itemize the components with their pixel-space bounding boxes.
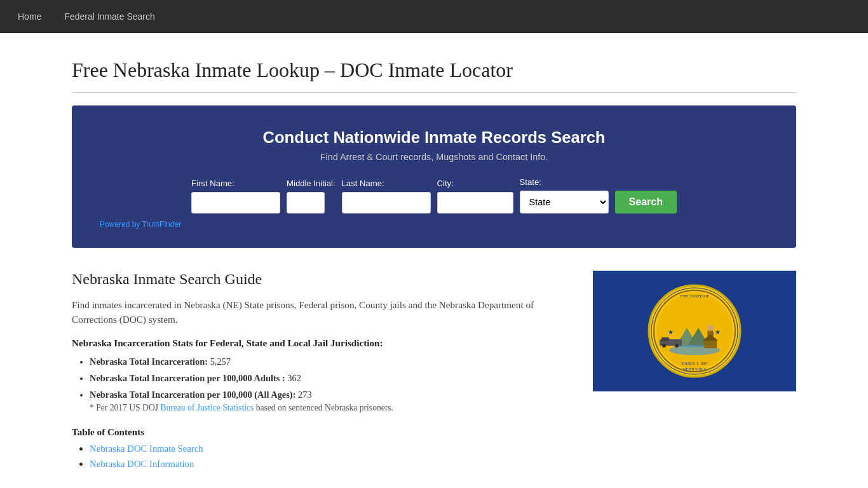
city-label: City:: [437, 179, 454, 188]
state-label: State:: [520, 177, 541, 187]
list-item: Nebraska DOC Information: [90, 458, 574, 470]
last-name-input[interactable]: [342, 192, 431, 214]
search-button[interactable]: Search: [615, 191, 677, 214]
state-group: State: State Alabama Alaska Arizona Arka…: [520, 177, 609, 214]
middle-initial-label: Middle Initial:: [287, 179, 336, 188]
city-input[interactable]: [437, 192, 513, 214]
svg-text:MARCH 1, 1867: MARCH 1, 1867: [681, 362, 708, 365]
list-item: Nebraska Total Incarceration per 100,000…: [90, 388, 574, 414]
svg-text:★: ★: [668, 329, 674, 336]
svg-point-12: [707, 325, 714, 331]
svg-text:NEBRASKA: NEBRASKA: [682, 367, 707, 372]
svg-point-9: [662, 344, 666, 348]
page-title: Free Nebraska Inmate Lookup – DOC Inmate…: [72, 58, 796, 93]
stats-heading: Nebraska Incarceration Stats for Federal…: [72, 337, 574, 349]
guide-title: Nebraska Inmate Search Guide: [72, 271, 574, 288]
svg-text:★: ★: [715, 329, 721, 336]
svg-rect-13: [704, 339, 717, 348]
list-item: Nebraska Total Incarceration: 5,257: [90, 355, 574, 368]
two-column-section: Nebraska Inmate Search Guide Find inmate…: [72, 271, 796, 473]
toc-link-doc-search[interactable]: Nebraska DOC Inmate Search: [90, 444, 203, 454]
stat-value-3: 273: [298, 390, 312, 400]
search-banner: Conduct Nationwide Inmate Records Search…: [72, 105, 796, 248]
nebraska-flag-image: THE STATE OF NEBRASKA MARCH 1, 1867 ★ ★: [593, 271, 796, 391]
stats-list: Nebraska Total Incarceration: 5,257 Nebr…: [72, 355, 574, 414]
state-select[interactable]: State Alabama Alaska Arizona Arkansas Ca…: [520, 191, 609, 214]
nebraska-flag-container: THE STATE OF NEBRASKA MARCH 1, 1867 ★ ★: [593, 271, 796, 391]
nav-home[interactable]: Home: [13, 8, 46, 25]
toc-title: Table of Contents: [72, 426, 574, 438]
middle-initial-input[interactable]: [287, 192, 325, 214]
toc-link-doc-info[interactable]: Nebraska DOC Information: [90, 459, 194, 469]
middle-initial-group: Middle Initial:: [287, 179, 336, 214]
guide-intro: Find inmates incarcerated in Nebraska (N…: [72, 298, 574, 327]
svg-text:THE STATE OF: THE STATE OF: [680, 294, 710, 299]
side-column: THE STATE OF NEBRASKA MARCH 1, 1867 ★ ★: [593, 271, 796, 391]
toc-list: Nebraska DOC Inmate Search Nebraska DOC …: [72, 443, 574, 470]
powered-by: Powered by TruthFinder: [97, 220, 771, 229]
last-name-group: Last Name:: [342, 179, 431, 214]
last-name-label: Last Name:: [342, 179, 384, 188]
first-name-group: First Name:: [191, 179, 280, 214]
svg-rect-8: [661, 337, 669, 341]
powered-by-text: Powered by TruthFinder: [100, 220, 181, 229]
stat-label-2: Nebraska Total Incarceration per 100,000…: [90, 373, 285, 383]
footnote: * Per 2017 US DOJ Bureau of Justice Stat…: [90, 403, 393, 412]
stat-label-3: Nebraska Total Incarceration per 100,000…: [90, 390, 295, 400]
city-group: City:: [437, 179, 513, 214]
toc-section: Table of Contents Nebraska DOC Inmate Se…: [72, 426, 574, 470]
stat-value-1: 5,257: [210, 356, 231, 367]
nav-federal-inmate-search[interactable]: Federal Inmate Search: [59, 8, 159, 25]
svg-point-10: [675, 344, 679, 348]
search-form: First Name: Middle Initial: Last Name: C…: [97, 177, 771, 214]
bjs-link[interactable]: Bureau of Justice Statistics: [160, 403, 254, 412]
list-item: Nebraska DOC Inmate Search: [90, 443, 574, 454]
stat-label-1: Nebraska Total Incarceration:: [90, 356, 208, 367]
first-name-label: First Name:: [191, 179, 234, 188]
list-item: Nebraska Total Incarceration per 100,000…: [90, 372, 574, 384]
content-wrapper: Free Nebraska Inmate Lookup – DOC Inmate…: [59, 33, 809, 486]
search-banner-subtitle: Find Arrest & Court records, Mugshots an…: [97, 152, 771, 162]
first-name-input[interactable]: [191, 192, 280, 214]
main-column: Nebraska Inmate Search Guide Find inmate…: [72, 271, 574, 473]
navigation: Home Federal Inmate Search: [0, 0, 868, 33]
search-banner-title: Conduct Nationwide Inmate Records Search: [97, 128, 771, 147]
stat-value-2: 362: [287, 373, 301, 383]
